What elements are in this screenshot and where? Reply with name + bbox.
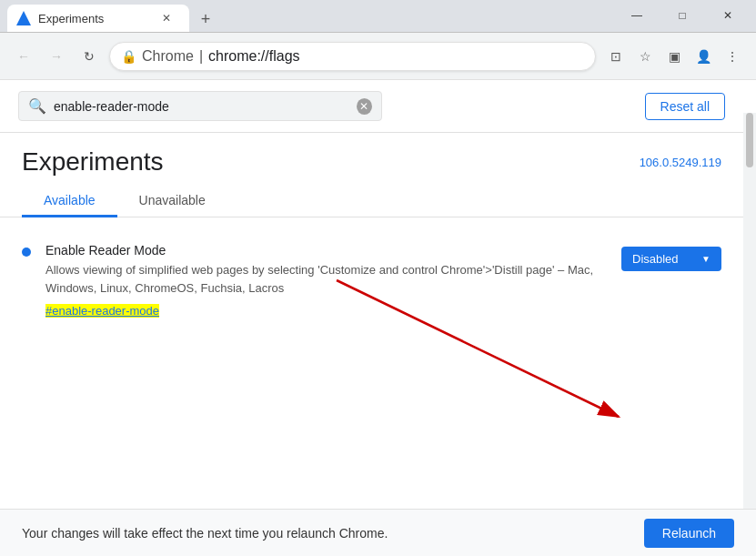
back-icon: ←: [17, 49, 30, 64]
address-chrome-label: Chrome: [142, 48, 194, 65]
flag-link[interactable]: #enable-reader-mode: [45, 304, 159, 318]
new-tab-button[interactable]: +: [193, 6, 218, 32]
cast-button[interactable]: ⊡: [603, 44, 629, 69]
relaunch-button[interactable]: Relaunch: [644, 519, 734, 548]
scrollbar[interactable]: [743, 113, 756, 556]
search-clear-button[interactable]: ✕: [357, 98, 372, 115]
chevron-down-icon: ▼: [701, 254, 711, 264]
cast-icon: ⊡: [610, 49, 621, 64]
reset-all-button[interactable]: Reset all: [645, 93, 725, 120]
version-number: 106.0.5249.119: [640, 156, 721, 169]
split-view-button[interactable]: ▣: [661, 44, 687, 69]
relaunch-message: Your changes will take effect the next t…: [22, 526, 388, 541]
tab-title: Experiments: [38, 12, 151, 25]
flag-select-button[interactable]: Disabled ▼: [621, 247, 721, 271]
flag-description: Allows viewing of simplified web pages b…: [45, 261, 607, 297]
flag-item: Enable Reader Mode Allows viewing of sim…: [22, 236, 721, 326]
flags-list: Enable Reader Mode Allows viewing of sim…: [0, 217, 743, 344]
omnibar-actions: ⊡ ☆ ▣ 👤 ⋮: [603, 44, 745, 69]
scrollbar-thumb[interactable]: [746, 113, 753, 167]
flag-indicator: [22, 248, 31, 257]
tab-favicon: [16, 11, 31, 25]
search-box[interactable]: 🔍 ✕: [18, 91, 382, 121]
search-area: 🔍 ✕ Reset all: [0, 80, 743, 133]
flag-name: Enable Reader Mode: [45, 243, 607, 258]
bottom-bar: Your changes will take effect the next t…: [0, 509, 756, 556]
tab-available[interactable]: Available: [22, 184, 117, 217]
bookmark-button[interactable]: ☆: [632, 44, 658, 69]
flags-tabs: Available Unavailable: [0, 184, 743, 217]
flags-header: Experiments 106.0.5249.119: [0, 133, 743, 184]
reload-icon: ↻: [84, 49, 95, 64]
back-button[interactable]: ←: [11, 44, 36, 69]
profile-icon: 👤: [696, 49, 711, 64]
flag-control: Disabled ▼: [621, 247, 721, 271]
maximize-button[interactable]: □: [661, 5, 703, 26]
flags-page: 🔍 ✕ Reset all Experiments 106.0.5249.119…: [0, 80, 743, 509]
profile-button[interactable]: 👤: [690, 44, 716, 69]
star-icon: ☆: [640, 49, 651, 64]
flag-info: Enable Reader Mode Allows viewing of sim…: [45, 243, 607, 318]
address-bar[interactable]: 🔒 Chrome | chrome://flags: [109, 42, 596, 71]
security-icon: 🔒: [121, 49, 136, 64]
active-tab[interactable]: Experiments ✕: [7, 5, 189, 32]
search-input[interactable]: [54, 99, 349, 114]
split-icon: ▣: [669, 49, 680, 64]
search-icon: 🔍: [28, 97, 46, 115]
menu-button[interactable]: ⋮: [720, 44, 745, 69]
reload-button[interactable]: ↻: [76, 44, 102, 69]
window-controls: — □ ✕: [616, 5, 749, 32]
tab-close-button[interactable]: ✕: [158, 10, 175, 26]
tab-unavailable[interactable]: Unavailable: [117, 184, 227, 217]
minimize-button[interactable]: —: [616, 5, 658, 26]
omnibar: ← → ↻ 🔒 Chrome | chrome://flags ⊡ ☆ ▣ 👤 …: [0, 33, 756, 80]
forward-button[interactable]: →: [44, 44, 69, 69]
forward-icon: →: [50, 49, 63, 64]
page-title: Experiments: [22, 147, 164, 177]
flag-value-label: Disabled: [632, 252, 679, 266]
close-button[interactable]: ✕: [707, 5, 749, 26]
menu-icon: ⋮: [726, 49, 739, 64]
titlebar: Experiments ✕ + — □ ✕: [0, 0, 756, 33]
address-url: chrome://flags: [208, 48, 299, 65]
